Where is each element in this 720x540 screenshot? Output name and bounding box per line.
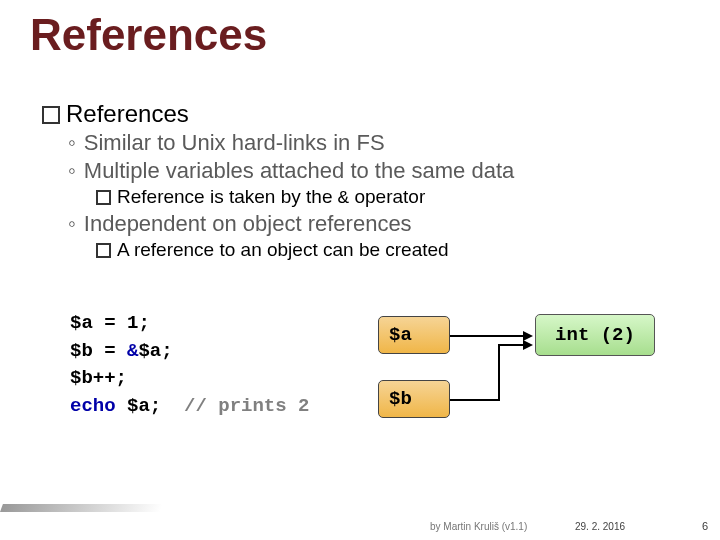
code-l2c: $a; <box>138 340 172 362</box>
bullet-3: ◦ Independent on object references <box>68 211 682 237</box>
code-l4-comment: // prints 2 <box>184 395 309 417</box>
bullet-1-text: Similar to Unix hard-links in FS <box>84 130 385 156</box>
code-l2-amp: & <box>127 340 138 362</box>
code-block: $a = 1; $b = &$a; $b++; echo $a; // prin… <box>70 310 309 420</box>
value-box: int (2) <box>535 314 655 356</box>
circle-bullet-icon: ◦ <box>68 130 76 156</box>
square-bullet-icon <box>42 106 60 124</box>
bullet-2a: Reference is taken by the & operator <box>96 186 682 209</box>
bullet-2-text: Multiple variables attached to the same … <box>84 158 514 184</box>
footer-page-number: 6 <box>702 520 708 532</box>
var-a-box: $a <box>378 316 450 354</box>
bullet-2a-pre: Reference is taken by the <box>117 186 338 207</box>
bullet-1: ◦ Similar to Unix hard-links in FS <box>68 130 682 156</box>
arrow-line <box>450 335 525 337</box>
square-bullet-icon <box>96 190 111 205</box>
slide-title: References <box>30 10 267 60</box>
var-b-box: $b <box>378 380 450 418</box>
bullet-3a: A reference to an object can be created <box>96 239 682 261</box>
circle-bullet-icon: ◦ <box>68 158 76 184</box>
arrow-line <box>498 344 500 401</box>
circle-bullet-icon: ◦ <box>68 211 76 237</box>
section-heading: References <box>66 100 189 128</box>
code-l1: $a = 1; <box>70 312 150 334</box>
arrow-line <box>450 399 500 401</box>
arrow-line <box>498 344 525 346</box>
bullet-2a-code: & <box>338 187 349 209</box>
bullet-3-text: Independent on object references <box>84 211 412 237</box>
code-l4-arg: $a; <box>116 395 184 417</box>
code-l4-echo: echo <box>70 395 116 417</box>
bullet-2: ◦ Multiple variables attached to the sam… <box>68 158 682 184</box>
section-heading-row: References <box>42 100 682 128</box>
decorative-stripe <box>0 504 163 512</box>
square-bullet-icon <box>96 243 111 258</box>
footer-author: by Martin Kruliš (v1.1) <box>430 521 527 532</box>
code-l3: $b++; <box>70 367 127 389</box>
arrow-head-icon <box>523 340 533 350</box>
bullet-3a-text: A reference to an object can be created <box>117 239 449 261</box>
bullet-2a-post: operator <box>349 186 425 207</box>
footer-date: 29. 2. 2016 <box>575 521 625 532</box>
code-l2a: $b = <box>70 340 127 362</box>
